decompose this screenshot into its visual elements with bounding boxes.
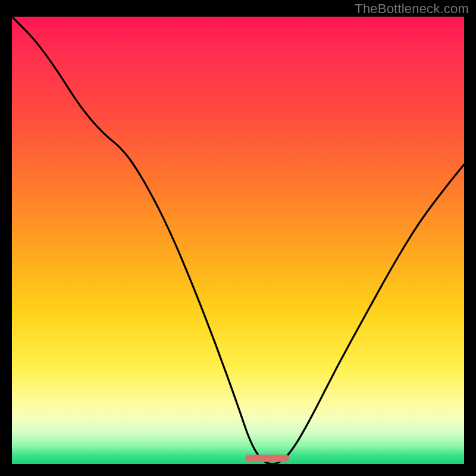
watermark-text: TheBottleneck.com	[355, 1, 469, 17]
plot-area	[12, 17, 464, 464]
chart-frame: TheBottleneck.com	[0, 0, 476, 476]
bottleneck-curve	[12, 17, 464, 464]
curve-path	[12, 17, 464, 464]
trough-marker	[245, 455, 289, 462]
